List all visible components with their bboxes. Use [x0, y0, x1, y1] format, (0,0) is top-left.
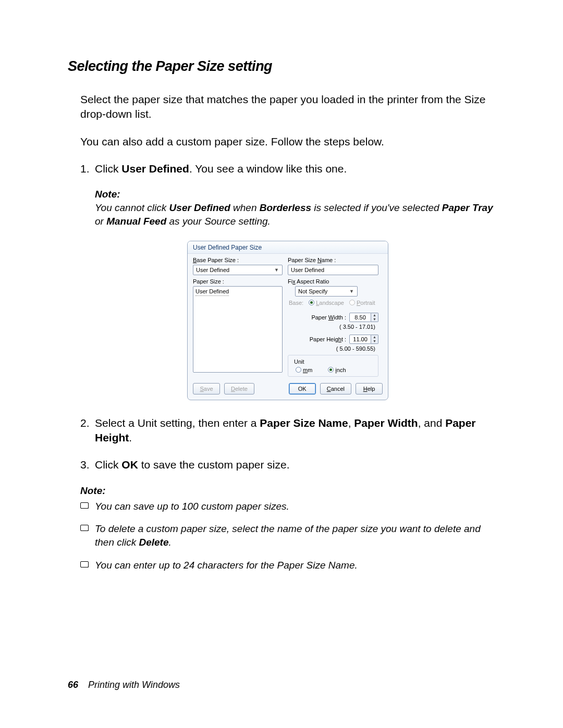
chevron-down-icon[interactable]: ▼ — [371, 339, 378, 343]
note-bullet-icon — [80, 502, 89, 509]
delete-button[interactable]: Delete — [224, 383, 254, 394]
step-bold: User Defined — [121, 163, 189, 175]
step-bold: OK — [121, 459, 138, 471]
paper-size-listbox[interactable]: User Defined — [193, 286, 283, 373]
intro-paragraph-1: Select the paper size that matches the p… — [80, 92, 495, 122]
chevron-down-icon: ▼ — [348, 289, 356, 294]
step-text: Click — [95, 459, 121, 471]
save-button[interactable]: Save — [193, 383, 220, 394]
note-bullet-icon — [80, 525, 89, 531]
help-button[interactable]: Help — [356, 383, 383, 394]
step-2: 2. Select a Unit setting, then enter a P… — [80, 416, 495, 446]
note-bullet-icon — [80, 561, 89, 567]
intro-paragraph-2: You can also add a custom paper size. Fo… — [80, 134, 495, 149]
step-text: . — [129, 431, 132, 443]
chevron-down-icon: ▼ — [273, 267, 280, 273]
page-footer: 66 Printing with Windows — [68, 680, 180, 690]
note-text: You can save up to 100 custom paper size… — [95, 500, 495, 513]
step-bold: Paper Width — [354, 417, 418, 429]
paper-size-name-input[interactable]: User Defined — [288, 265, 378, 275]
chevron-up-icon[interactable]: ▲ — [371, 335, 378, 339]
step-text: , — [348, 417, 354, 429]
fix-aspect-ratio-combo[interactable]: Not Specify ▼ — [295, 286, 358, 297]
step-text: , and — [418, 417, 446, 429]
unit-group-label: Unit — [292, 359, 306, 365]
note-list-item: You can save up to 100 custom paper size… — [80, 500, 495, 513]
paper-height-spinner[interactable]: 11.00 ▲▼ — [349, 334, 378, 344]
step-text: . You see a window like this one. — [189, 163, 347, 175]
ok-button[interactable]: OK — [289, 383, 316, 394]
unit-inch-radio[interactable]: inch — [328, 367, 346, 373]
paper-width-spinner[interactable]: 8.50 ▲▼ — [349, 312, 378, 323]
paper-height-label: Paper Height : — [310, 336, 346, 342]
cancel-button[interactable]: Cancel — [320, 383, 351, 394]
landscape-radio[interactable]: Landscape — [309, 300, 344, 306]
dialog-title: User Defined Paper Size — [188, 241, 388, 254]
combo-value: Not Specify — [298, 288, 348, 294]
unit-group: Unit mm inch — [288, 355, 378, 377]
unit-mm-radio[interactable]: mm — [296, 367, 312, 373]
spinner-value: 11.00 — [349, 335, 371, 344]
note-label: Note: — [95, 189, 495, 200]
note-text: To delete a custom paper size, select th… — [95, 522, 495, 549]
note-list-item: You can enter up to 24 characters for th… — [80, 559, 495, 572]
user-defined-paper-size-dialog: User Defined Paper Size Base Paper Size … — [187, 241, 388, 400]
paper-width-label: Paper Width : — [311, 314, 346, 320]
step-text: Click — [95, 163, 121, 175]
step-number: 3. — [80, 458, 95, 472]
spinner-value: 8.50 — [349, 313, 371, 322]
step-text: Select a Unit setting, then enter a — [95, 417, 260, 429]
base-paper-size-combo[interactable]: User Defined ▼ — [193, 265, 283, 275]
paper-size-list-label: Paper Size : — [193, 278, 283, 285]
combo-value: User Defined — [196, 267, 273, 273]
chevron-down-icon[interactable]: ▼ — [371, 317, 378, 322]
step-number: 2. — [80, 416, 95, 430]
paper-size-name-label: Paper Size Name : — [288, 257, 378, 263]
note-list-item: To delete a custom paper size, select th… — [80, 522, 495, 549]
chevron-up-icon[interactable]: ▲ — [371, 313, 378, 317]
list-item[interactable]: User Defined — [195, 288, 229, 296]
fix-aspect-ratio-label: Fix Aspect Ratio — [288, 278, 378, 285]
paper-width-range: ( 3.50 - 17.01) — [288, 324, 378, 330]
step-bold: Paper Size Name — [260, 417, 348, 429]
note-text: You can enter up to 24 characters for th… — [95, 559, 495, 572]
step-text: to save the custom paper size. — [138, 459, 290, 471]
paper-height-range: ( 5.00 - 590.55) — [288, 346, 378, 352]
step-number: 1. — [80, 162, 95, 176]
page-number: 66 — [68, 680, 78, 690]
base-paper-size-label: Base Paper Size : — [193, 257, 283, 263]
portrait-radio[interactable]: Portrait — [349, 300, 375, 306]
note-text: You cannot click User Defined when Borde… — [95, 201, 495, 228]
step-3: 3. Click OK to save the custom paper siz… — [80, 458, 495, 472]
base-orientation-label: Base: — [289, 300, 303, 306]
section-name: Printing with Windows — [88, 680, 180, 690]
step-1: 1. Click User Defined. You see a window … — [80, 162, 495, 176]
note-label: Note: — [80, 485, 495, 497]
page-heading: Selecting the Paper Size setting — [68, 58, 495, 75]
